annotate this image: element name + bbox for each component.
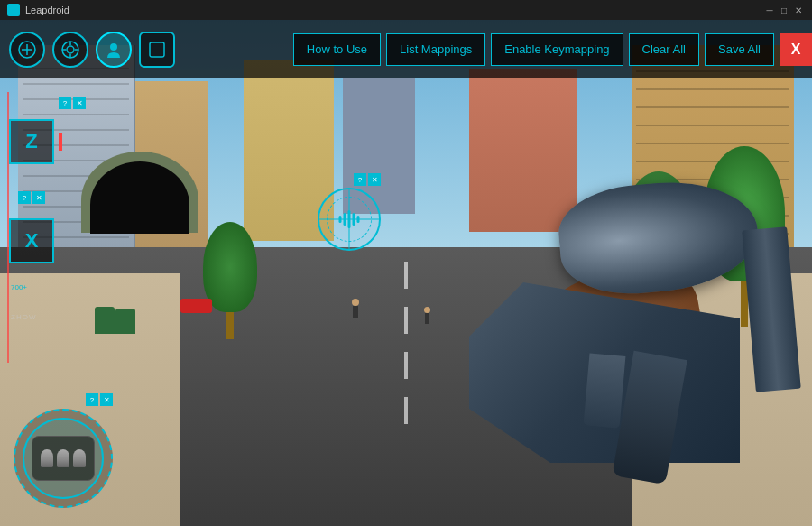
title-bar-left: Leapdroid [7, 4, 69, 16]
crosshair-badges: ? ✕ [318, 173, 381, 186]
question-badge-2: ? [18, 191, 31, 204]
crosshair-close-badge[interactable]: ✕ [368, 173, 381, 186]
joystick-area: ? ✕ [14, 393, 113, 508]
list-mappings-button[interactable]: List Mappings [386, 33, 485, 66]
main-container: How to Use List Mappings Enable Keymappi… [0, 20, 812, 526]
hud-icon-plus[interactable] [9, 32, 45, 68]
joystick-badges: ? ✕ [14, 393, 113, 406]
indicator-bar-1 [59, 133, 62, 151]
joystick-question-badge: ? [86, 393, 98, 406]
z-key-indicators [59, 133, 62, 151]
rifle-scope [555, 175, 762, 300]
rifle-barrel [742, 226, 800, 392]
red-car [180, 299, 212, 313]
tree-trunk-1 [226, 312, 234, 339]
svg-rect-10 [150, 42, 164, 57]
rifle [379, 138, 812, 499]
person-head-1 [352, 299, 359, 306]
weapon-overlay [361, 120, 812, 526]
how-to-use-button[interactable]: How to Use [293, 33, 381, 66]
hud-close-button[interactable]: X [780, 33, 812, 66]
joystick-outer[interactable] [14, 409, 113, 508]
square-icon [147, 40, 167, 60]
app-icon [7, 4, 20, 16]
close-badge-2[interactable]: ✕ [32, 191, 45, 204]
minimize-button[interactable]: ─ [763, 4, 776, 16]
hud-top-bar: How to Use List Mappings Enable Keymappi… [0, 20, 812, 78]
z-key-mapping: Z [9, 119, 62, 164]
wave-bar-2 [344, 213, 346, 226]
z-key-box[interactable]: Z [9, 119, 54, 164]
svg-point-4 [67, 46, 74, 53]
zhow-label: ZHOW [11, 313, 36, 321]
crosshair-outer [318, 188, 381, 251]
person-icon [104, 40, 124, 60]
wave-bar-4 [353, 213, 355, 226]
window-close-button[interactable]: ✕ [792, 4, 805, 16]
mapping-label-2: ? ✕ [18, 191, 45, 204]
clear-all-button[interactable]: Clear All [629, 33, 699, 66]
svg-point-9 [110, 43, 117, 51]
close-badge-1[interactable]: ✕ [73, 97, 86, 109]
person-body-1 [353, 306, 358, 318]
x-key-box[interactable]: X [9, 218, 54, 263]
rifle-magazine [584, 353, 626, 428]
hud-buttons-right: How to Use List Mappings Enable Keymappi… [293, 33, 812, 66]
app-title: Leapdroid [25, 5, 69, 15]
hud-icon-square[interactable] [139, 32, 175, 68]
save-all-button[interactable]: Save All [705, 33, 774, 66]
title-bar: Leapdroid ─ □ ✕ [0, 0, 812, 20]
x-key-label: X [25, 229, 39, 253]
game-background [0, 20, 812, 526]
tree-1 [203, 222, 257, 339]
mapping-label-1: ? ✕ [59, 97, 86, 109]
joystick-close-badge[interactable]: ✕ [100, 393, 113, 406]
wave-bar-3 [348, 210, 351, 228]
bullet-2 [57, 449, 69, 467]
maximize-button[interactable]: □ [778, 4, 790, 16]
trash-can-1 [95, 307, 115, 334]
left-controls: ? ✕ Z ? ✕ X [9, 92, 62, 263]
hud-icons-left [0, 32, 184, 68]
person-1 [352, 299, 359, 318]
question-badge-1: ? [59, 97, 71, 109]
hud-icon-target[interactable] [52, 32, 88, 68]
joystick-inner [23, 418, 104, 499]
wave-lines [339, 210, 360, 228]
crosshair-container: ? ✕ [318, 173, 381, 251]
x-key-mapping: X [9, 218, 62, 263]
bullet-1 [41, 449, 53, 467]
z-key-label: Z [25, 130, 37, 153]
wave-bar-1 [339, 216, 342, 223]
plus-circle-icon [17, 40, 37, 60]
target-icon [60, 40, 80, 60]
bullet-3 [73, 449, 86, 467]
joystick-ammo-icon [32, 436, 95, 481]
hud-icon-person[interactable] [96, 32, 132, 68]
wave-bar-5 [357, 216, 360, 223]
zoom-label: 700+ [11, 283, 27, 291]
trash-can-2 [115, 309, 135, 334]
crosshair-question-badge: ? [354, 173, 366, 186]
title-bar-controls: ─ □ ✕ [763, 4, 805, 16]
enable-keymapping-button[interactable]: Enable Keymapping [491, 33, 623, 66]
